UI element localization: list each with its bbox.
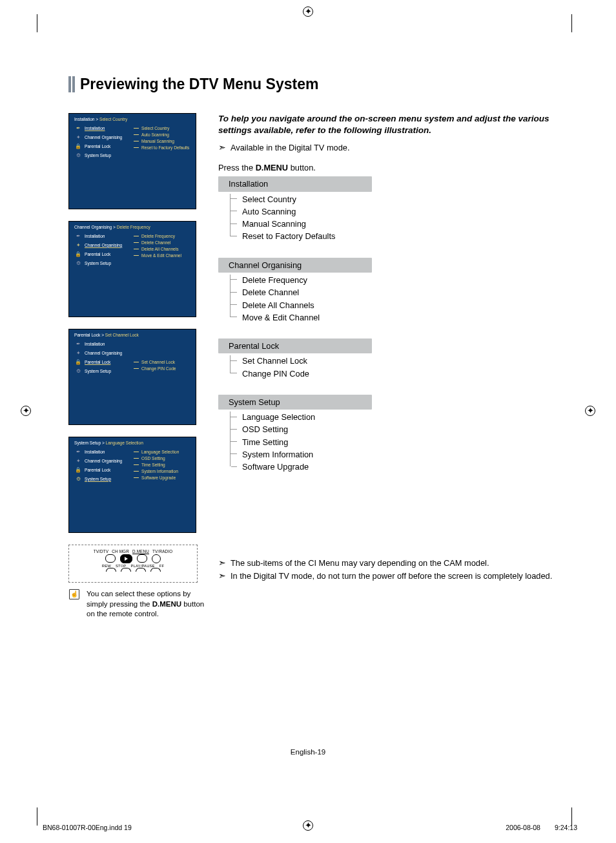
- intro-text: To help you navigate around the on-scree…: [218, 113, 559, 136]
- remote-button: [152, 554, 161, 563]
- osd-menu-label: Channel Organising: [85, 135, 122, 140]
- menu-tree-item: Change PIN Code: [236, 368, 559, 380]
- hand-icon: ☝: [68, 589, 80, 619]
- osd-screenshot: Channel Organising > Delete Frequency ✒ …: [68, 221, 196, 317]
- menu-tree-header: Installation: [218, 176, 372, 191]
- osd-menu-label: Parental Lock: [85, 468, 110, 472]
- osd-screenshot: Installation > Select Country ✒ Installa…: [68, 113, 196, 209]
- remote-button: [150, 568, 161, 572]
- menu-tree-header: Parental Lock: [218, 338, 372, 353]
- osd-submenu-row: Time Setting: [134, 461, 190, 468]
- osd-menu-label: Installation: [85, 234, 105, 238]
- osd-menu-row: ⚙ System Setup: [74, 474, 128, 483]
- press-instruction: Press the D.MENU button.: [218, 163, 559, 172]
- osd-submenu: Set Channel LockChange PIN Code: [128, 339, 190, 375]
- osd-menu-label: Installation: [85, 450, 105, 454]
- remote-label: TV/DTV: [94, 549, 109, 554]
- crop-mark: [37, 807, 37, 826]
- menu-tree-item: OSD Setting: [236, 424, 559, 436]
- menu-tree-item: Set Channel Lock: [236, 355, 559, 368]
- menu-tree-item: Manual Scanning: [236, 218, 559, 231]
- osd-submenu-row: Select Country: [134, 125, 190, 131]
- remote-label: D.MENU: [132, 549, 149, 554]
- remote-label: TV/RADIO: [152, 549, 172, 554]
- remote-labels-top: TV/DTV CH MGR D.MENU TV/RADIO: [69, 549, 197, 554]
- menu-tree-item: Select Country: [236, 194, 559, 206]
- tip-block: ☝ You can select these options by simply…: [68, 589, 210, 619]
- osd-menu-icon: 🔒: [74, 467, 82, 473]
- footer-filename: BN68-01007R-00Eng.indd 19: [43, 824, 132, 831]
- remote-button: [105, 554, 116, 563]
- menu-tree-sublist: Select CountryAuto ScanningManual Scanni…: [230, 194, 559, 244]
- osd-menu-label: Channel Organising: [85, 459, 122, 463]
- menu-tree-sublist: Delete FrequencyDelete ChannelDelete All…: [230, 275, 559, 324]
- osd-screenshot: System Setup > Language Selection ✒ Inst…: [68, 437, 196, 533]
- pointer-icon: ➣: [218, 570, 226, 581]
- menu-tree-header: Channel Organising: [218, 258, 372, 273]
- print-registration-mark: [303, 6, 313, 17]
- osd-menu-row: ✦ Channel Organising: [74, 348, 128, 357]
- osd-submenu: Delete FrequencyDelete ChannelDelete All…: [128, 231, 190, 267]
- menu-tree-item: Software Upgrade: [236, 461, 559, 474]
- remote-button: [136, 568, 146, 572]
- menu-tree-item: Auto Scanning: [236, 206, 559, 218]
- menu-tree-list: InstallationSelect CountryAuto ScanningM…: [218, 176, 559, 474]
- osd-menu-icon: ✒: [74, 449, 82, 455]
- osd-menu-row: ✒ Installation: [74, 231, 128, 240]
- note-text: The sub-items of the CI Menu may vary de…: [231, 558, 489, 568]
- osd-menu-icon: ✦: [74, 350, 82, 356]
- osd-menu-icon: 🔒: [74, 251, 82, 257]
- osd-submenu-row: Software Upgrade: [134, 474, 190, 481]
- osd-breadcrumb: Parental Lock > Set Channel Lock: [69, 329, 196, 339]
- osd-menu-icon: ✒: [74, 341, 82, 347]
- osd-submenu-row: Change PIN Code: [134, 365, 190, 371]
- screenshot-column: Installation > Select Country ✒ Installa…: [68, 113, 196, 619]
- menu-tree-sublist: Language SelectionOSD SettingTime Settin…: [230, 411, 559, 474]
- crop-mark: [37, 14, 37, 32]
- osd-menu-icon: ✒: [74, 125, 82, 131]
- remote-button: [137, 554, 147, 563]
- osd-menu-label: System Setup: [85, 261, 111, 265]
- osd-submenu-row: Delete All Channels: [134, 245, 190, 252]
- osd-submenu-row: Set Channel Lock: [134, 359, 190, 365]
- osd-submenu: Language SelectionOSD SettingTime Settin…: [128, 447, 190, 483]
- remote-label: FF: [159, 564, 164, 568]
- osd-menu-row: ⚙ System Setup: [74, 366, 128, 375]
- osd-breadcrumb: Installation > Select Country: [69, 114, 196, 123]
- osd-breadcrumb: System Setup > Language Selection: [69, 437, 196, 447]
- osd-submenu-row: Move & Edit Channel: [134, 252, 190, 258]
- osd-menu-label: Installation: [85, 342, 105, 346]
- osd-submenu-row: System Information: [134, 468, 190, 474]
- osd-menu-icon: 🔒: [74, 143, 82, 149]
- remote-label: CH MGR: [112, 549, 129, 554]
- osd-submenu-row: OSD Setting: [134, 455, 190, 461]
- remote-button-row-partial: [69, 568, 197, 572]
- osd-menu-icon: 🔒: [74, 359, 82, 365]
- osd-menu-label: System Setup: [85, 369, 111, 373]
- osd-breadcrumb: Channel Organising > Delete Frequency: [69, 222, 196, 231]
- osd-menu-icon: ✦: [74, 134, 82, 140]
- osd-submenu-row: Manual Scanning: [134, 138, 190, 144]
- osd-menu: ✒ Installation ✦ Channel Organising 🔒 Pa…: [74, 123, 128, 160]
- print-registration-mark: [585, 406, 595, 416]
- osd-menu-label: Parental Lock: [85, 252, 110, 256]
- osd-menu-label: Parental Lock: [85, 144, 110, 149]
- menu-tree-item: Move & Edit Channel: [236, 312, 559, 324]
- footer-date: 2006-08-08: [506, 824, 540, 831]
- osd-screenshot: Parental Lock > Set Channel Lock ✒ Insta…: [68, 329, 196, 425]
- osd-menu: ✒ Installation ✦ Channel Organising 🔒 Pa…: [74, 447, 128, 483]
- osd-submenu-row: Auto Scanning: [134, 131, 190, 138]
- menu-tree-item: Language Selection: [236, 411, 559, 424]
- bottom-notes: ➣ The sub-items of the CI Menu may vary …: [218, 557, 559, 581]
- pointer-icon: ➣: [218, 557, 226, 568]
- menu-tree-item: Delete Channel: [236, 287, 559, 299]
- note-line: ➣ In the Digital TV mode, do not turn th…: [218, 570, 559, 581]
- osd-menu-label: Channel Organising: [85, 351, 122, 355]
- menu-tree-item: Reset to Factory Defaults: [236, 231, 559, 243]
- osd-menu-row: 🔒 Parental Lock: [74, 141, 128, 151]
- menu-tree-item: Delete All Channels: [236, 300, 559, 312]
- osd-menu-row: 🔒 Parental Lock: [74, 465, 128, 474]
- osd-menu-label: Channel Organising: [85, 243, 122, 247]
- text-column: To help you navigate around the on-scree…: [218, 113, 559, 581]
- page: Previewing the DTV Menu System Installat…: [0, 0, 616, 843]
